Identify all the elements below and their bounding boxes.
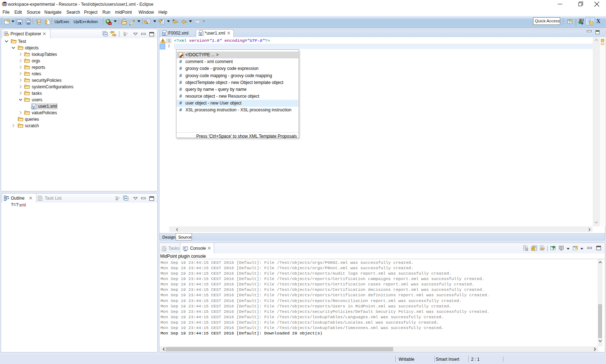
svg-text:J: J: [582, 18, 584, 22]
